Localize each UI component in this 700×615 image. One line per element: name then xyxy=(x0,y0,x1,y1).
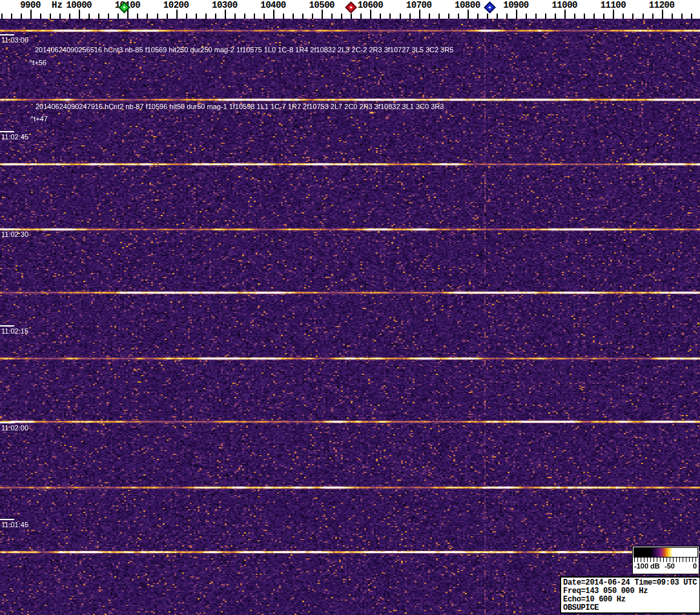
freq-minor-tick xyxy=(205,14,207,19)
freq-label-10300: 10300 xyxy=(212,0,238,10)
freq-major-tick xyxy=(127,10,129,19)
freq-minor-tick xyxy=(400,14,401,19)
freq-minor-tick xyxy=(360,14,362,19)
freq-minor-tick xyxy=(603,14,604,19)
freq-minor-tick xyxy=(312,14,313,19)
freq-minor-tick xyxy=(448,14,449,19)
freq-minor-tick xyxy=(108,14,109,19)
freq-minor-tick xyxy=(584,14,585,19)
freq-minor-tick xyxy=(88,14,90,19)
freq-minor-tick xyxy=(254,14,255,19)
freq-minor-tick xyxy=(234,14,236,19)
freq-label-11000: 11000 xyxy=(551,0,577,10)
freq-minor-tick xyxy=(244,14,245,19)
freq-major-tick xyxy=(273,10,274,19)
freq-major-tick xyxy=(419,10,420,19)
freq-major-tick xyxy=(176,10,178,19)
legend-max-db-label: 0 xyxy=(693,562,697,570)
freq-minor-tick xyxy=(215,14,216,19)
freq-minor-tick xyxy=(11,14,12,19)
legend-min-db-label: -100 dB xyxy=(634,562,660,570)
freq-minor-tick xyxy=(331,14,333,19)
info-station-code: OBSUPICE xyxy=(563,604,699,612)
freq-minor-tick xyxy=(341,14,342,19)
freq-minor-tick xyxy=(351,14,352,19)
freq-minor-tick xyxy=(672,14,673,19)
freq-label-10600: 10600 xyxy=(358,0,384,10)
freq-minor-tick xyxy=(118,14,119,19)
radio-meteor-spectrogram-display: Hz 9900100001010010200103001040010500106… xyxy=(0,0,700,615)
freq-minor-tick xyxy=(526,14,527,19)
freq-minor-tick xyxy=(691,14,692,19)
freq-minor-tick xyxy=(98,14,99,19)
freq-label-11100: 11100 xyxy=(601,0,626,10)
freq-minor-tick xyxy=(497,14,498,19)
freq-minor-tick xyxy=(380,14,381,19)
observation-info-box: Date=2014-06-24 Time=09:03 UTC Freq=143 … xyxy=(560,576,700,614)
freq-minor-tick xyxy=(389,14,391,19)
signal-level-legend: -100 dB -50 0 xyxy=(632,546,699,574)
freq-major-tick xyxy=(370,10,371,19)
freq-major-tick xyxy=(662,10,663,19)
freq-minor-tick xyxy=(429,14,430,19)
marker-center-dot xyxy=(349,6,352,8)
freq-major-tick xyxy=(516,10,517,19)
freq-minor-tick xyxy=(1,14,3,19)
freq-major-tick xyxy=(225,10,226,19)
freq-label-10000: 10000 xyxy=(66,0,92,10)
freq-minor-tick xyxy=(263,14,265,19)
freq-minor-tick xyxy=(147,14,148,19)
marker-blue-diamond-icon[interactable] xyxy=(484,1,495,13)
freq-minor-tick xyxy=(137,14,138,19)
freq-minor-tick xyxy=(681,14,683,19)
freq-minor-tick xyxy=(283,14,284,19)
freq-minor-tick xyxy=(438,14,440,19)
freq-label-10700: 10700 xyxy=(406,0,432,10)
freq-minor-tick xyxy=(157,14,158,19)
marker-red-diamond-icon[interactable] xyxy=(345,1,356,13)
freq-minor-tick xyxy=(40,14,41,19)
frequency-unit-label: Hz xyxy=(52,0,63,10)
freq-minor-tick xyxy=(59,14,61,19)
legend-mid-db-label: -50 xyxy=(664,562,675,570)
freq-label-10900: 10900 xyxy=(503,0,529,10)
freq-minor-tick xyxy=(409,14,411,19)
freq-label-9900: 9900 xyxy=(20,0,41,10)
freq-label-11200: 11200 xyxy=(649,0,675,10)
color-scale-ticks xyxy=(634,558,697,562)
freq-minor-tick xyxy=(477,14,479,19)
freq-minor-tick xyxy=(593,14,595,19)
freq-minor-tick xyxy=(21,14,22,19)
marker-center-dot xyxy=(123,6,125,8)
freq-minor-tick xyxy=(196,14,197,19)
freq-label-10500: 10500 xyxy=(309,0,335,10)
freq-label-10400: 10400 xyxy=(260,0,286,10)
spectrogram-canvas[interactable] xyxy=(0,19,700,615)
freq-minor-tick xyxy=(574,14,575,19)
freq-minor-tick xyxy=(545,14,546,19)
color-scale-labels: -100 dB -50 0 xyxy=(633,562,699,571)
color-scale-gradient xyxy=(633,547,698,558)
freq-major-tick xyxy=(564,10,566,19)
freq-minor-tick xyxy=(293,14,294,19)
freq-minor-tick xyxy=(623,14,624,19)
freq-minor-tick xyxy=(458,14,459,19)
freq-major-tick xyxy=(613,10,614,19)
freq-major-tick xyxy=(322,10,323,19)
freq-label-10800: 10800 xyxy=(455,0,480,10)
freq-minor-tick xyxy=(643,14,644,19)
freq-minor-tick xyxy=(652,14,654,19)
freq-major-tick xyxy=(79,10,80,19)
freq-minor-tick xyxy=(302,14,304,19)
freq-minor-tick xyxy=(555,14,556,19)
freq-major-tick xyxy=(30,10,32,19)
freq-minor-tick xyxy=(50,14,51,19)
freq-minor-tick xyxy=(69,14,70,19)
freq-minor-tick xyxy=(506,14,508,19)
freq-minor-tick xyxy=(535,14,537,19)
freq-minor-tick xyxy=(167,14,168,19)
freq-minor-tick xyxy=(487,14,488,19)
marker-center-dot xyxy=(488,6,491,8)
freq-minor-tick xyxy=(186,14,187,19)
freq-major-tick xyxy=(468,10,469,19)
